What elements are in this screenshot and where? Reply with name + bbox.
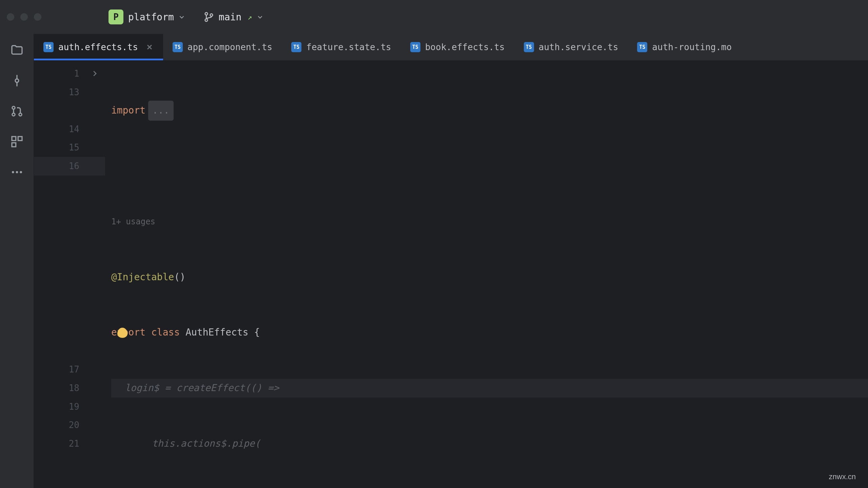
svg-rect-7 bbox=[12, 137, 16, 141]
line-number: 13 bbox=[63, 84, 79, 101]
tool-sidebar bbox=[0, 34, 34, 488]
chevron-down-icon bbox=[179, 14, 185, 20]
tab-book-effects[interactable]: TS book.effects.ts bbox=[401, 34, 514, 60]
pull-request-icon[interactable] bbox=[10, 104, 24, 118]
project-selector[interactable]: P platform bbox=[102, 7, 191, 27]
tab-app-component[interactable]: TS app.component.ts bbox=[163, 34, 282, 60]
svg-point-12 bbox=[20, 171, 22, 174]
maximize-window-button[interactable] bbox=[34, 13, 41, 21]
tab-auth-effects[interactable]: TS auth.effects.ts bbox=[34, 34, 163, 60]
line-number: 21 bbox=[63, 435, 79, 452]
typescript-icon: TS bbox=[43, 42, 54, 52]
window-controls bbox=[7, 13, 41, 21]
svg-point-5 bbox=[12, 113, 15, 116]
code-editor[interactable]: 1 13 14 15 16 17 18 19 20 21 bbox=[34, 60, 868, 488]
tab-label: feature.state.ts bbox=[306, 42, 391, 52]
svg-point-1 bbox=[205, 19, 208, 22]
line-number: 14 bbox=[63, 121, 79, 138]
code-content[interactable]: import... 1+ usages @Injectable() export… bbox=[105, 60, 868, 488]
branch-arrow-icon: ↗ bbox=[248, 13, 252, 21]
more-icon[interactable] bbox=[10, 165, 24, 179]
svg-point-3 bbox=[15, 79, 19, 82]
svg-point-2 bbox=[210, 14, 213, 17]
line-number: 16 bbox=[63, 158, 79, 175]
branch-name: main bbox=[219, 12, 241, 23]
usages-hint[interactable]: 1+ usages bbox=[111, 214, 155, 230]
line-number: 17 bbox=[63, 361, 79, 378]
line-number: 19 bbox=[63, 398, 79, 415]
svg-point-11 bbox=[16, 171, 18, 174]
line-number: 1 bbox=[63, 65, 79, 82]
svg-rect-8 bbox=[18, 137, 22, 141]
typescript-icon: TS bbox=[291, 42, 301, 52]
titlebar: P platform main ↗ bbox=[0, 0, 868, 34]
project-badge: P bbox=[108, 9, 123, 24]
tab-feature-state[interactable]: TS feature.state.ts bbox=[282, 34, 400, 60]
tab-auth-service[interactable]: TS auth.service.ts bbox=[514, 34, 628, 60]
project-name: platform bbox=[128, 12, 174, 23]
editor-area: TS auth.effects.ts TS app.component.ts T… bbox=[34, 34, 868, 488]
gutter: 1 13 14 15 16 17 18 19 20 21 bbox=[34, 60, 105, 488]
tab-label: auth.effects.ts bbox=[58, 42, 138, 52]
close-window-button[interactable] bbox=[7, 13, 14, 21]
commit-icon[interactable] bbox=[10, 74, 24, 87]
svg-point-4 bbox=[12, 106, 15, 109]
chevron-down-icon bbox=[257, 14, 263, 20]
svg-rect-9 bbox=[12, 143, 16, 147]
close-icon[interactable] bbox=[145, 43, 154, 51]
line-number: 20 bbox=[63, 416, 79, 434]
line-number: 15 bbox=[63, 139, 79, 156]
line-number: 18 bbox=[63, 380, 79, 397]
editor-tabs: TS auth.effects.ts TS app.component.ts T… bbox=[34, 34, 868, 60]
fold-icon[interactable] bbox=[91, 70, 98, 77]
folded-region[interactable]: ... bbox=[148, 101, 174, 121]
typescript-icon: TS bbox=[524, 42, 534, 52]
minimize-window-button[interactable] bbox=[20, 13, 28, 21]
watermark: znwx.cn bbox=[829, 472, 856, 481]
typescript-icon: TS bbox=[637, 42, 647, 52]
branch-selector[interactable]: main ↗ bbox=[198, 9, 269, 25]
tab-label: auth.service.ts bbox=[539, 42, 618, 52]
svg-point-10 bbox=[12, 171, 14, 174]
typescript-icon: TS bbox=[410, 42, 420, 52]
main-area: TS auth.effects.ts TS app.component.ts T… bbox=[0, 34, 868, 488]
svg-point-6 bbox=[19, 113, 21, 116]
folder-icon[interactable] bbox=[10, 43, 24, 57]
svg-point-0 bbox=[205, 13, 208, 15]
typescript-icon: TS bbox=[173, 42, 183, 52]
branch-icon bbox=[204, 12, 214, 22]
tab-auth-routing[interactable]: TS auth-routing.mo bbox=[628, 34, 741, 60]
structure-icon[interactable] bbox=[10, 135, 24, 148]
tab-label: book.effects.ts bbox=[425, 42, 505, 52]
tab-label: auth-routing.mo bbox=[652, 42, 732, 52]
tab-label: app.component.ts bbox=[188, 42, 272, 52]
